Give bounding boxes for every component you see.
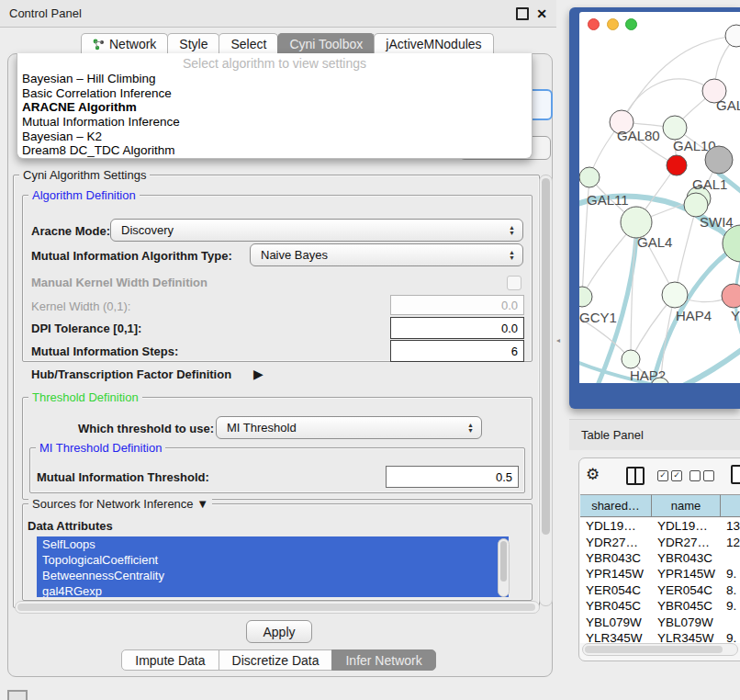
split-columns-icon[interactable] (626, 467, 645, 485)
network-graph[interactable]: GALGAL80GAL10GAL1GAL11GAL4SWI4GCY1HAP4YH… (579, 12, 740, 383)
network-view-canvas[interactable]: GALGAL80GAL10GAL1GAL11GAL4SWI4GCY1HAP4YH… (579, 12, 740, 383)
deselect-all-checkbox-icon[interactable] (703, 470, 714, 481)
node-gray[interactable] (705, 146, 733, 174)
table-cell: YLR345W (580, 631, 652, 643)
mi-algorithm-type-combo[interactable]: Naive Bayes ▲▼ (250, 243, 523, 266)
cyni-mode-tabs: Impute DataDiscretize DataInfer Network (0, 649, 556, 671)
node-red[interactable] (667, 155, 687, 175)
float-window-icon[interactable] (516, 7, 529, 20)
split-collapse-icon[interactable]: ◂ (556, 336, 560, 344)
table-cell: YDR27… (652, 536, 721, 549)
column-header[interactable]: shared… (580, 494, 652, 517)
tab-style[interactable]: Style (167, 33, 219, 54)
table-row[interactable]: YER054CYER054C8. (580, 582, 740, 598)
column-header[interactable]: name (652, 494, 721, 517)
network-icon (93, 39, 105, 51)
attribute-item[interactable]: SelfLoops (37, 536, 509, 552)
tab-infer-network[interactable]: Infer Network (331, 649, 435, 671)
which-threshold-combo[interactable]: MI Threshold ▲▼ (216, 416, 482, 439)
mi-algorithm-type-value: Naive Bayes (261, 248, 509, 262)
node-gal-partial-label: GAL (716, 97, 740, 113)
mini-panel-icon[interactable] (7, 690, 28, 700)
tab-jactivemnodules[interactable]: jActiveMNodules (374, 33, 493, 54)
mi-steps-input[interactable] (390, 340, 524, 362)
table-row[interactable]: YLR345WYLR345W9. (580, 630, 740, 643)
node-gal4[interactable] (621, 207, 652, 238)
settings-scrollbar[interactable] (539, 175, 553, 606)
table-cell: YDL19… (580, 519, 652, 533)
node-swi4-label: SWI4 (700, 214, 734, 230)
tab-select[interactable]: Select (219, 33, 278, 54)
table-cell: YBL079W (652, 615, 721, 629)
table-hscrollbar[interactable] (582, 643, 738, 656)
close-traffic-light-icon[interactable] (588, 18, 600, 30)
node-salmon[interactable] (722, 284, 740, 308)
table-row[interactable]: YBR045CYBR045C9. (580, 598, 740, 614)
sources-title: Sources for Network Inference ▼ (28, 497, 212, 511)
attribute-item[interactable]: TopologicalCoefficient (37, 552, 509, 568)
node-gal80-label: GAL80 (617, 128, 660, 143)
table-row[interactable]: YPR145WYPR145W9. (580, 566, 740, 581)
table-cell: YBR045C (652, 599, 721, 613)
tab-network[interactable]: Network (81, 33, 168, 54)
select-all-checkbox-icon[interactable]: ✓ (671, 470, 682, 481)
mi-steps-label: Mutual Information Steps: (31, 344, 178, 358)
kernel-width-input[interactable] (390, 295, 524, 315)
node-gcy1[interactable] (579, 287, 592, 307)
algorithm-option[interactable]: ARACNE Algorithm (17, 100, 532, 115)
node-gal10[interactable] (663, 116, 687, 140)
algorithm-option[interactable]: Bayesian – Hill Climbing (17, 72, 532, 86)
tab-label: Cyni Toolbox (289, 37, 363, 51)
minimize-traffic-light-icon[interactable] (607, 18, 619, 30)
node-hap2[interactable] (622, 350, 640, 368)
panel-title: Control Panel (9, 6, 82, 20)
table-cell: YBR045C (580, 599, 652, 613)
algorithm-option[interactable]: Basic Correlation Inference (17, 86, 532, 101)
node-gal4-label: GAL4 (637, 234, 672, 250)
table-body: YDL19…YDL19…13YDR27…YDR27…12YBR043CYBR04… (580, 518, 740, 643)
aracne-mode-combo[interactable]: Discovery ▲▼ (110, 219, 523, 242)
dpi-tolerance-input[interactable] (390, 317, 524, 339)
node-gal11[interactable] (579, 167, 600, 187)
table-row[interactable]: YBR043CYBR043C (580, 550, 740, 566)
attribute-item[interactable]: BetweennessCentrality (37, 568, 509, 583)
table-row[interactable]: YDR27…YDR27…12 (580, 534, 740, 549)
tab-discretize-data[interactable]: Discretize Data (219, 649, 333, 671)
manual-kernel-checkbox[interactable] (507, 276, 521, 290)
which-threshold-label: Which threshold to use: (78, 422, 214, 435)
close-icon[interactable]: ✕ (536, 9, 547, 18)
column-header[interactable] (721, 494, 740, 517)
dpi-tolerance-label: DPI Tolerance [0,1]: (31, 322, 141, 335)
expand-right-icon[interactable]: ▶ (253, 367, 263, 381)
collapse-down-icon[interactable]: ▼ (196, 497, 208, 511)
aracne-mode-label: Aracne Mode: (31, 224, 110, 238)
node-top-right[interactable] (725, 25, 740, 47)
settings-hscrollbar[interactable] (15, 601, 540, 614)
zoom-traffic-light-icon[interactable] (625, 18, 637, 30)
tab-cyni-toolbox[interactable]: Cyni Toolbox (277, 33, 375, 54)
manual-kernel-label: Manual Kernel Width Definition (31, 276, 207, 289)
tab-label: Style (179, 37, 207, 51)
table-row[interactable]: YBL079WYBL079W (580, 614, 740, 629)
algorithm-option[interactable]: Bayesian – K2 (17, 130, 532, 144)
table-row[interactable]: YDL19…YDL19…13 (580, 518, 740, 534)
combo-arrows-icon: ▲▼ (509, 250, 515, 260)
mi-threshold-input[interactable] (386, 466, 519, 488)
tab-impute-data[interactable]: Impute Data (121, 649, 219, 671)
attributes-scrollbar[interactable] (498, 538, 510, 597)
algorithm-option[interactable]: Dream8 DC_TDC Algorithm (17, 143, 532, 158)
table-panel-title: Table Panel (581, 428, 644, 442)
mi-threshold-group-title: MI Threshold Definition (36, 441, 165, 455)
table-cell: YLR345W (652, 631, 721, 643)
node-hap4[interactable] (662, 282, 688, 308)
deselect-all-checkbox-icon[interactable] (690, 470, 701, 481)
select-all-checkbox-icon[interactable]: ✓ (657, 470, 668, 481)
apply-button[interactable]: Apply (246, 620, 312, 643)
algorithm-definition-title: Algorithm Definition (28, 188, 140, 202)
attribute-item[interactable]: gal4RGexp (37, 583, 509, 597)
settings-gear-icon[interactable]: ⚙ (586, 465, 600, 484)
clipped-icon[interactable] (731, 465, 740, 484)
algorithm-option[interactable]: Mutual Information Inference (17, 115, 532, 130)
table-cell: 12 (721, 536, 740, 549)
which-threshold-value: MI Threshold (227, 421, 467, 435)
